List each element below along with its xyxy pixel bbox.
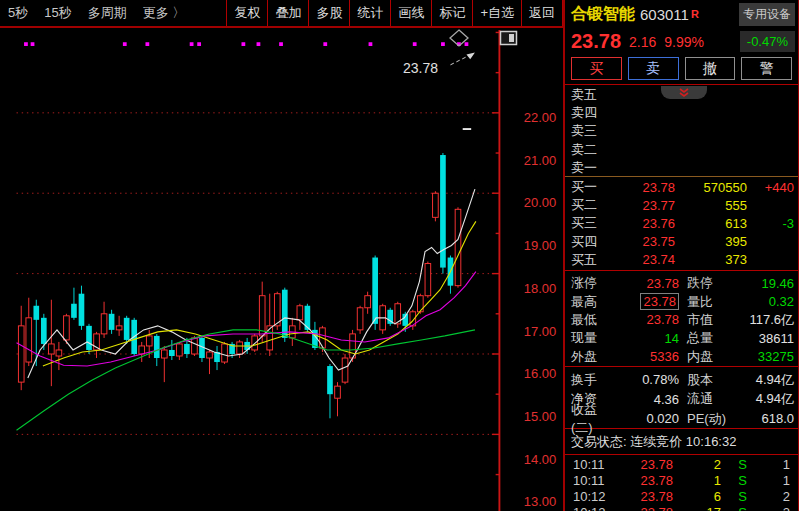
ask-row: 卖二 [565,141,798,159]
tick-time: 10:12 [573,505,615,511]
candle-body-down [124,318,130,340]
toolbar-button-3[interactable]: 统计 [349,0,390,26]
bid-label: 买三 [571,214,613,232]
y-axis-label: 15.00 [517,409,563,424]
signal-dot [24,42,28,46]
tick-row: 10:1223.7817S2 [565,504,798,511]
tick-volume: 2 [673,457,721,472]
tick-row: 10:1123.782S1 [565,456,798,472]
candle-body-up [161,350,167,358]
candle-body-down [184,344,190,354]
cancel-button[interactable]: 撤 [685,57,736,80]
y-axis-label: 21.00 [517,153,563,168]
candle-body-down [33,306,39,320]
toolbar-button-1[interactable]: 叠加 [267,0,308,26]
toolbar-button-6[interactable]: +自选 [472,0,521,26]
industry-badge[interactable]: 专用设备 [739,3,795,26]
period-tab-3[interactable]: 更多 〉 [143,4,186,22]
candle-body-up [425,264,431,296]
signal-dot [323,42,327,46]
bid-label: 买五 [571,251,613,269]
tick-time: 10:11 [573,457,615,472]
ask-label: 卖五 [571,86,613,104]
candle-body-up [222,344,228,362]
double-chevron-down-icon [677,88,691,98]
ask-row: 卖四 [565,104,798,122]
time-and-sales[interactable]: 10:1123.782S110:1123.781S110:1223.786S21… [565,456,798,511]
ask-label: 卖三 [571,122,613,140]
ask-levels: 卖五卖四卖三卖二卖一 [565,86,798,177]
stat-row: 最低23.78市值117.6亿 [565,311,798,329]
period-tab-0[interactable]: 5秒 [8,4,28,22]
stat-value: 0.32 [735,294,794,309]
bid-row: 买二23.77555 [565,196,798,214]
callout-arrowhead [466,53,474,60]
bid-label: 买一 [571,178,613,196]
stat-label: 量比 [687,293,735,311]
tick-side: S [721,457,747,472]
candle-body-down [169,350,175,356]
buy-button[interactable]: 买 [571,57,622,80]
toolbar-button-0[interactable]: 复权 [226,0,267,26]
diamond-marker-icon [446,27,472,49]
tick-price: 23.78 [615,489,673,504]
sell-button[interactable]: 卖 [628,57,679,80]
stock-name: 合锻智能 [571,4,635,25]
stat-row: 收益(二)0.020PE(动)618.0 [565,409,798,429]
stat-value: 38611 [735,331,794,346]
candle-body-up [274,294,280,326]
stat-value: 0.78% [615,372,679,387]
alert-button[interactable]: 警 [741,57,792,80]
bid-price: 23.74 [613,252,675,267]
stat-label: 跌停 [687,274,735,292]
bid-price: 23.78 [613,180,675,195]
candle-body-up [101,314,107,334]
toolbar-button-4[interactable]: 画线 [390,0,431,26]
stat-label: 内盘 [687,348,735,366]
tick-count: 2 [747,505,790,511]
tick-count: 2 [747,489,790,504]
period-tab-2[interactable]: 多周期 [88,4,127,22]
margin-flag: R [691,8,699,20]
tick-side: S [721,505,747,511]
period-tab-1[interactable]: 15秒 [44,4,71,22]
bid-volume: 555 [675,198,747,213]
candle-body-up [116,326,122,330]
signal-dot [197,42,201,46]
stat-value: 23.78 [615,294,679,309]
candle-body-up [56,350,62,356]
candle-body-up [49,344,55,354]
candlestick-plot[interactable] [0,30,563,511]
trade-status: 交易状态: 连续竞价 10:16:32 [565,430,798,455]
bid-label: 买四 [571,233,613,251]
y-axis-label: 17.00 [517,324,563,339]
candle-body-up [177,344,183,356]
candle-body-up [139,346,145,354]
toolbar-button-2[interactable]: 多股 [308,0,349,26]
candle-body-down [154,336,160,358]
collapse-tab[interactable] [661,86,707,99]
last-price: 23.78 [571,30,621,53]
stat-label: 最高 [571,293,615,311]
restore-window-icon[interactable] [499,29,519,47]
stat-label: 总量 [687,329,735,347]
ask-row: 卖三 [565,122,798,140]
tick-count: 1 [747,457,790,472]
bid-row: 买一23.78570550+440 [565,178,798,196]
candle-body-up [433,193,439,217]
candle-body-up [335,386,341,398]
stat-value: 23.78 [615,312,679,327]
candle-body-up [342,358,348,382]
stat-row: 最高23.78量比0.32 [565,292,798,310]
candle-body-up [26,318,32,362]
candle-body-down [79,294,85,326]
bid-row: 买四23.75395 [565,233,798,251]
kline-chart[interactable]: 22.0021.0020.0019.0018.0017.0016.0015.00… [0,30,563,511]
tick-volume: 6 [673,489,721,504]
candle-body-up [64,316,70,340]
toolbar-button-7[interactable]: 返回 [521,0,563,26]
toolbar-button-5[interactable]: 标记 [431,0,472,26]
tick-time: 10:11 [573,473,615,488]
candle-body-down [109,314,115,330]
candle-body-up [455,209,461,285]
